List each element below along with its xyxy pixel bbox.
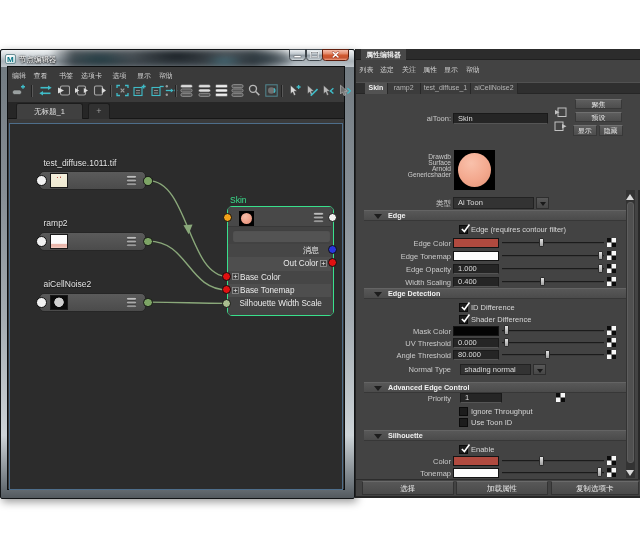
- node-ramp2[interactable]: [39, 232, 146, 251]
- menu-display[interactable]: 显示: [137, 71, 151, 81]
- width-scaling-map-button[interactable]: [607, 277, 616, 286]
- uv-threshold-slider-handle[interactable]: [504, 338, 509, 348]
- menu-show[interactable]: 显示: [444, 65, 458, 75]
- edge-opacity-input[interactable]: 1.000: [453, 264, 499, 274]
- menu-edit[interactable]: 编辑: [12, 71, 26, 81]
- hide-button[interactable]: 隐藏: [599, 125, 623, 136]
- menu-list[interactable]: 列表: [360, 65, 374, 75]
- mask-color-swatch[interactable]: [453, 326, 499, 336]
- node-label-test-diffuse[interactable]: test_diffuse.1011.tif: [44, 158, 117, 168]
- tab-untitled-1[interactable]: 无标题_1: [16, 103, 84, 119]
- tab-test-diffuse-1[interactable]: test_diffuse_1: [421, 83, 472, 94]
- use-toon-id-checkbox[interactable]: [459, 418, 468, 427]
- width-scaling-slider-track[interactable]: [502, 281, 605, 283]
- mask-color-map-button[interactable]: [607, 326, 616, 335]
- menu-focus[interactable]: 关注: [402, 65, 416, 75]
- expand-plus-icon[interactable]: [232, 273, 239, 280]
- copy-tab-button[interactable]: 复制选项卡: [551, 481, 640, 496]
- tab-skin[interactable]: Skin: [365, 83, 387, 94]
- silhouette-color-slider-handle[interactable]: [539, 456, 544, 466]
- output-connections-icon[interactable]: [93, 84, 106, 97]
- load-attributes-button[interactable]: 加载属性: [456, 481, 548, 496]
- output-port[interactable]: [143, 176, 153, 186]
- input-connections-icon[interactable]: [57, 84, 70, 97]
- header-input-port[interactable]: [223, 213, 232, 222]
- tab-aicellnoise2[interactable]: aiCellNoise2: [471, 83, 517, 94]
- close-button[interactable]: [322, 49, 349, 61]
- angle-threshold-slider-track[interactable]: [502, 354, 605, 356]
- row-base-color[interactable]: Base Color: [228, 271, 332, 284]
- search-icon[interactable]: [248, 84, 261, 97]
- menu-bookmarks[interactable]: 书签: [59, 71, 73, 81]
- node-menu-icon[interactable]: [313, 212, 324, 223]
- input-output-connections-icon[interactable]: [75, 84, 88, 97]
- silhouette-tonemap-slider-track[interactable]: [502, 472, 605, 474]
- angle-threshold-map-button[interactable]: [607, 350, 616, 359]
- width-scaling-slider-handle[interactable]: [540, 277, 545, 287]
- silhouette-color-swatch[interactable]: [453, 456, 499, 466]
- normal-type-dropdown[interactable]: shading normal: [460, 364, 532, 376]
- edge-color-slider-handle[interactable]: [539, 238, 544, 248]
- input-port[interactable]: [36, 175, 47, 186]
- node-label-skin[interactable]: Skin: [230, 195, 247, 205]
- node-skin-selected[interactable]: 消息 Out Color Base Color Base Tonemap Sil…: [227, 206, 334, 316]
- remove-from-graph-icon[interactable]: [151, 84, 164, 97]
- node-label-aicellnoise2[interactable]: aiCellNoise2: [44, 279, 92, 289]
- section-silhouette[interactable]: Silhouette: [364, 430, 626, 440]
- id-difference-checkbox[interactable]: [459, 303, 468, 312]
- priority-map-button[interactable]: [556, 393, 565, 402]
- silhouette-color-map-button[interactable]: [607, 456, 616, 465]
- minimize-button[interactable]: [289, 49, 306, 61]
- scroll-down-icon[interactable]: [626, 470, 634, 476]
- menu-view[interactable]: 查看: [34, 71, 48, 81]
- mask-color-slider-track[interactable]: [502, 330, 605, 332]
- edge-tonemap-swatch[interactable]: [453, 251, 499, 261]
- attribute-editor-panel-tab[interactable]: 属性编辑器: [361, 49, 406, 60]
- expand-plus-icon[interactable]: [232, 287, 239, 294]
- show-button[interactable]: 显示: [573, 125, 597, 136]
- frame-all-icon[interactable]: [116, 84, 129, 97]
- node-menu-icon[interactable]: [126, 175, 137, 186]
- angle-threshold-input[interactable]: 80.000: [453, 350, 499, 360]
- edge-opacity-slider-handle[interactable]: [598, 264, 603, 274]
- row-base-tonemap[interactable]: Base Tonemap: [228, 284, 332, 297]
- render-swatch-icon[interactable]: [265, 84, 278, 97]
- silhouette-tonemap-swatch[interactable]: [453, 468, 499, 478]
- node-menu-icon[interactable]: [126, 297, 137, 308]
- silhouette-enable-checkbox[interactable]: [459, 445, 468, 454]
- uv-threshold-slider-track[interactable]: [502, 342, 605, 344]
- new-tab-button[interactable]: +: [88, 103, 110, 119]
- node-name-input[interactable]: Skin: [453, 113, 548, 125]
- width-scaling-input[interactable]: 0.400: [453, 277, 499, 287]
- focus-button[interactable]: 聚焦: [575, 99, 622, 110]
- menu-selected[interactable]: 选定: [380, 65, 394, 75]
- select-downstream-icon[interactable]: [338, 84, 351, 97]
- edge-color-swatch[interactable]: [453, 238, 499, 248]
- node-label-ramp2[interactable]: ramp2: [44, 218, 68, 228]
- display-connected-icon[interactable]: [198, 84, 211, 97]
- type-dropdown[interactable]: Ai Toon: [453, 197, 534, 209]
- edge-color-map-button[interactable]: [607, 238, 616, 247]
- row-out-color[interactable]: Out Color: [228, 257, 332, 270]
- display-simple-icon[interactable]: [180, 84, 193, 97]
- angle-threshold-slider-handle[interactable]: [545, 350, 550, 360]
- select-add-icon[interactable]: [288, 84, 301, 97]
- input-port[interactable]: [36, 236, 47, 247]
- node-aicellnoise2[interactable]: [39, 293, 146, 312]
- scroll-up-icon[interactable]: [626, 194, 634, 200]
- display-full-icon[interactable]: [215, 84, 228, 97]
- material-preview-swatch[interactable]: [454, 150, 496, 190]
- silhouette-tonemap-map-button[interactable]: [607, 468, 616, 477]
- silhouette-color-slider-track[interactable]: [502, 460, 605, 462]
- section-advanced-edge-control[interactable]: Advanced Edge Control: [364, 382, 626, 392]
- tear-off-copy-icon[interactable]: [554, 121, 567, 132]
- sync-connections-icon[interactable]: [39, 84, 52, 97]
- edge-opacity-slider-track[interactable]: [502, 268, 605, 270]
- menu-help[interactable]: 帮助: [159, 71, 173, 81]
- expand-plus-icon[interactable]: [320, 260, 327, 267]
- section-edge-detection[interactable]: Edge Detection: [364, 288, 626, 298]
- silhouette-tonemap-slider-handle[interactable]: [597, 467, 602, 477]
- priority-input[interactable]: 1: [460, 393, 502, 403]
- menu-attributes[interactable]: 属性: [423, 65, 437, 75]
- edge-color-slider-track[interactable]: [502, 242, 605, 244]
